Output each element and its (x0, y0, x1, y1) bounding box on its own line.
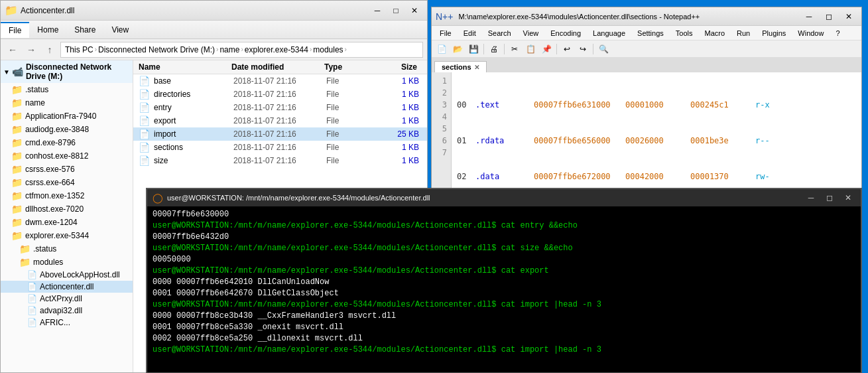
sidebar-label: ctfmon.exe-1352 (25, 191, 84, 200)
open-btn[interactable]: 📂 (450, 42, 465, 56)
sidebar-item-ctfmon[interactable]: 📁 ctfmon.exe-1352 (1, 189, 133, 202)
menu-language[interactable]: Language (588, 29, 631, 38)
file-row-export[interactable]: 📄 export 2018-11-07 21:16 File 1 KB (133, 114, 427, 127)
breadcrumb-exe[interactable]: explorer.exe-5344 (245, 45, 308, 54)
minimize-button[interactable]: ─ (369, 4, 386, 17)
breadcrumb-bar[interactable]: This PC › Disconnected Network Drive (M:… (60, 42, 423, 58)
breadcrumb-drive[interactable]: Disconnected Network Drive (M:) (98, 45, 215, 54)
menu-view[interactable]: View (518, 29, 544, 38)
save-btn[interactable]: 💾 (466, 42, 481, 56)
menu-run[interactable]: Run (731, 29, 755, 38)
terminal-minimize-btn[interactable]: ─ (804, 192, 818, 204)
notepad-tab-sections[interactable]: sections ✕ (434, 61, 487, 72)
ribbon-tab-home[interactable]: Home (29, 23, 66, 37)
menu-search[interactable]: Search (483, 29, 517, 38)
sidebar-item-csrss576[interactable]: 📁 csrss.exe-576 (1, 163, 133, 176)
sidebar-header[interactable]: ▼ 📹 Disconnected Network Drive (M:) (1, 60, 133, 83)
sidebar-item-name[interactable]: 📁 name (1, 96, 133, 110)
line-num-3: 3 (436, 99, 447, 111)
folder-icon: 📁 (19, 257, 31, 267)
folder-icon: 📁 (11, 204, 23, 214)
terminal-body[interactable]: 00007ffb6e630000 user@WORKSTATION:/mnt/m… (147, 206, 861, 372)
col-section-3: .data (475, 171, 528, 183)
file-row-entry[interactable]: 📄 entry 2018-11-07 21:16 File 1 KB (133, 101, 427, 114)
sidebar-item-afric[interactable]: 📄 AFRIC... (1, 317, 133, 329)
sidebar-item-actioncenter[interactable]: 📄 Actioncenter.dll (1, 281, 133, 293)
notepad-minimize-btn[interactable]: ─ (800, 10, 818, 23)
sidebar-label: cmd.exe-8796 (25, 138, 76, 147)
menu-settings[interactable]: Settings (632, 29, 669, 38)
redo-btn[interactable]: ↪ (576, 42, 590, 56)
copy-btn[interactable]: 📋 (523, 42, 538, 56)
sidebar-item-status2[interactable]: 📁 .status (1, 242, 133, 256)
terminal-prompt: user@WORKSTATION:/mnt/m/name/explorer.ex… (153, 344, 855, 356)
menu-encoding[interactable]: Encoding (545, 29, 586, 38)
folder-icon: 📁 (11, 111, 23, 121)
notepad-restore-btn[interactable]: ◻ (820, 10, 837, 23)
sidebar-item-explorer[interactable]: 📁 explorer.exe-5344 (1, 229, 133, 242)
sidebar-item-conhost[interactable]: 📁 conhost.exe-8812 (1, 149, 133, 163)
menu-file[interactable]: File (434, 29, 457, 38)
sidebar-item-appfra[interactable]: 📁 ApplicationFra-7940 (1, 110, 133, 123)
notepad-content[interactable]: 1 2 3 4 5 6 7 00 .text 00007ffb6e631000 … (432, 72, 861, 205)
sep1: › (95, 46, 97, 53)
file-row-import[interactable]: 📄 import 2018-11-07 21:16 File 25 KB (133, 127, 427, 141)
sidebar-item-abovelockapp[interactable]: 📄 AboveLockAppHost.dll (1, 269, 133, 281)
file-row-base[interactable]: 📄 base 2018-11-07 21:16 File 1 KB (133, 74, 427, 88)
file-row-dirs[interactable]: 📄 directories 2018-11-07 21:16 File 1 KB (133, 88, 427, 101)
sidebar-item-actxprxy[interactable]: 📄 ActXPrxy.dll (1, 293, 133, 305)
file-icon: 📄 (27, 294, 37, 303)
breadcrumb-thispc[interactable]: This PC (65, 45, 93, 54)
new-file-btn[interactable]: 📄 (434, 42, 449, 56)
menu-edit[interactable]: Edit (458, 29, 481, 38)
sidebar-item-status1[interactable]: 📁 .status (1, 83, 133, 96)
breadcrumb-modules[interactable]: modules (313, 45, 343, 54)
paste-btn[interactable]: 📌 (539, 42, 554, 56)
file-date: 2018-11-07 21:16 (233, 116, 326, 125)
breadcrumb-name[interactable]: name (219, 45, 239, 54)
terminal-close-btn[interactable]: ✕ (841, 192, 855, 204)
sidebar-item-audiodg[interactable]: 📁 audiodg.exe-3848 (1, 123, 133, 136)
sidebar-item-cmd[interactable]: 📁 cmd.exe-8796 (1, 136, 133, 149)
terminal-line-4: user@WORKSTATION:/mnt/m/name/explorer.ex… (153, 243, 855, 254)
file-row-size[interactable]: 📄 size 2018-11-07 21:16 File 1 KB (133, 154, 427, 167)
code-area[interactable]: 00 .text 00007ffb6e631000 00001000 00024… (452, 72, 861, 205)
code-line-2: 01 .rdata 00007ffb6e656000 00026000 0001… (457, 135, 856, 147)
menu-window[interactable]: Window (792, 29, 829, 38)
ribbon-tab-file[interactable]: File (1, 22, 29, 38)
tab-close-icon[interactable]: ✕ (474, 64, 479, 71)
notepad-close-btn[interactable]: ✕ (840, 10, 857, 23)
menu-tools[interactable]: Tools (670, 29, 698, 38)
close-button[interactable]: ✕ (406, 4, 423, 17)
code-line-1: 00 .text 00007ffb6e631000 00001000 00024… (457, 99, 856, 111)
sidebar-item-dwm[interactable]: 📁 dwm.exe-1204 (1, 216, 133, 229)
toolbar-sep1 (483, 44, 484, 54)
menu-macro[interactable]: Macro (699, 29, 730, 38)
toolbar-sep2 (504, 44, 505, 54)
back-button[interactable]: ← (5, 42, 21, 58)
col-name-header[interactable]: Name (139, 62, 231, 72)
menu-plugins[interactable]: Plugins (757, 29, 791, 38)
col-size1-1: 00001000 (625, 99, 685, 111)
cut-btn[interactable]: ✂ (507, 42, 522, 56)
sidebar-item-csrss664[interactable]: 📁 csrss.exe-664 (1, 176, 133, 189)
sidebar-item-modules[interactable]: 📁 modules (1, 256, 133, 269)
sidebar-item-advapi[interactable]: 📄 advapi32.dll (1, 305, 133, 317)
sep4: › (310, 46, 312, 53)
search-btn[interactable]: 🔍 (596, 42, 611, 56)
up-button[interactable]: ↑ (42, 42, 58, 58)
col-section-2: .rdata (475, 135, 528, 147)
sidebar-item-dllhost[interactable]: 📁 dllhost.exe-7020 (1, 202, 133, 216)
file-icon: 📄 (27, 270, 37, 279)
print-btn[interactable]: 🖨 (487, 42, 501, 56)
ribbon-tab-share[interactable]: Share (66, 23, 103, 37)
file-row-sections[interactable]: 📄 sections 2018-11-07 21:16 File 1 KB (133, 141, 427, 154)
forward-button[interactable]: → (23, 42, 39, 58)
menu-help[interactable]: ? (830, 29, 845, 38)
sidebar-label: Actioncenter.dll (40, 282, 93, 291)
terminal-restore-btn[interactable]: ◻ (822, 192, 837, 204)
ribbon-tab-view[interactable]: View (103, 23, 137, 37)
notepad-toolbar: 📄 📂 💾 🖨 ✂ 📋 📌 ↩ ↪ 🔍 (432, 40, 861, 58)
undo-btn[interactable]: ↩ (560, 42, 574, 56)
maximize-button[interactable]: □ (387, 4, 404, 17)
